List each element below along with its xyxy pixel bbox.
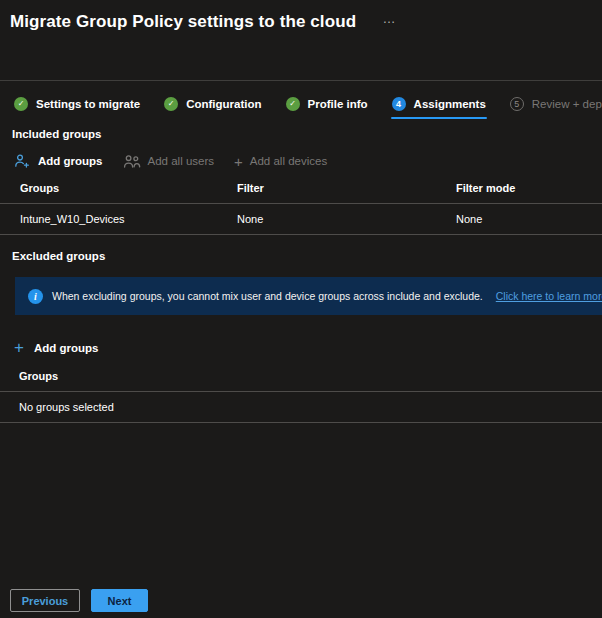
group-name-cell: Intune_W10_Devices — [20, 213, 237, 225]
plus-icon: + — [14, 339, 24, 356]
no-groups-selected-text: No groups selected — [19, 401, 602, 413]
add-groups-button[interactable]: Add groups — [14, 153, 103, 169]
step-profile-info[interactable]: ✓ Profile info — [286, 97, 368, 111]
add-all-devices-button: + Add all devices — [234, 154, 327, 169]
people-icon — [123, 154, 141, 169]
step-number-badge: 5 — [510, 97, 524, 111]
step-settings-to-migrate[interactable]: ✓ Settings to migrate — [14, 97, 140, 111]
step-label: Assignments — [414, 98, 486, 110]
table-row[interactable]: Intune_W10_Devices None None — [0, 204, 602, 235]
add-all-users-button: Add all users — [123, 154, 214, 169]
column-header-filter: Filter — [237, 182, 456, 194]
info-banner-message: When excluding groups, you cannot mix us… — [52, 290, 483, 302]
step-assignments[interactable]: 4 Assignments — [392, 97, 486, 111]
info-banner: i When excluding groups, you cannot mix … — [15, 277, 602, 315]
previous-button[interactable]: Previous — [10, 589, 80, 612]
column-header-filter-mode: Filter mode — [456, 182, 602, 194]
step-label: Profile info — [308, 98, 368, 110]
wizard-stepper: ✓ Settings to migrate ✓ Configuration ✓ … — [14, 95, 602, 113]
step-label: Configuration — [186, 98, 261, 110]
page-header: Migrate Group Policy settings to the clo… — [0, 0, 602, 81]
check-icon: ✓ — [14, 97, 28, 111]
more-actions-button[interactable]: … — [383, 11, 397, 26]
column-header-groups: Groups — [20, 182, 237, 194]
check-icon: ✓ — [286, 97, 300, 111]
step-number-badge: 4 — [392, 97, 406, 111]
excluded-groups-heading: Excluded groups — [12, 250, 602, 262]
next-button[interactable]: Next — [91, 589, 148, 612]
wizard-footer: Previous Next — [10, 589, 148, 612]
step-review-deploy: 5 Review + deploy — [510, 97, 602, 111]
step-label: Settings to migrate — [36, 98, 140, 110]
step-label: Review + deploy — [532, 98, 602, 110]
add-all-devices-label: Add all devices — [250, 155, 327, 167]
filter-mode-cell: None — [456, 213, 602, 225]
learn-more-link[interactable]: Click here to learn more about excluding — [496, 290, 602, 302]
info-icon: i — [28, 289, 43, 304]
step-configuration[interactable]: ✓ Configuration — [164, 97, 261, 111]
included-groups-table-header: Groups Filter Filter mode — [0, 182, 602, 204]
add-excluded-groups-button[interactable]: + Add groups — [14, 339, 98, 356]
check-icon: ✓ — [164, 97, 178, 111]
page-title: Migrate Group Policy settings to the clo… — [10, 12, 356, 32]
add-all-users-label: Add all users — [148, 155, 214, 167]
excluded-groups-table-header: Groups — [0, 370, 602, 392]
add-groups-label: Add groups — [34, 342, 99, 354]
empty-table-row: No groups selected — [0, 392, 602, 423]
plus-icon: + — [234, 154, 243, 169]
included-groups-toolbar: Add groups Add all users + Add all devic… — [14, 153, 602, 169]
included-groups-heading: Included groups — [12, 128, 602, 140]
column-header-groups: Groups — [19, 370, 602, 382]
add-groups-label: Add groups — [38, 155, 103, 167]
person-add-icon — [14, 153, 31, 169]
filter-cell: None — [237, 213, 456, 225]
